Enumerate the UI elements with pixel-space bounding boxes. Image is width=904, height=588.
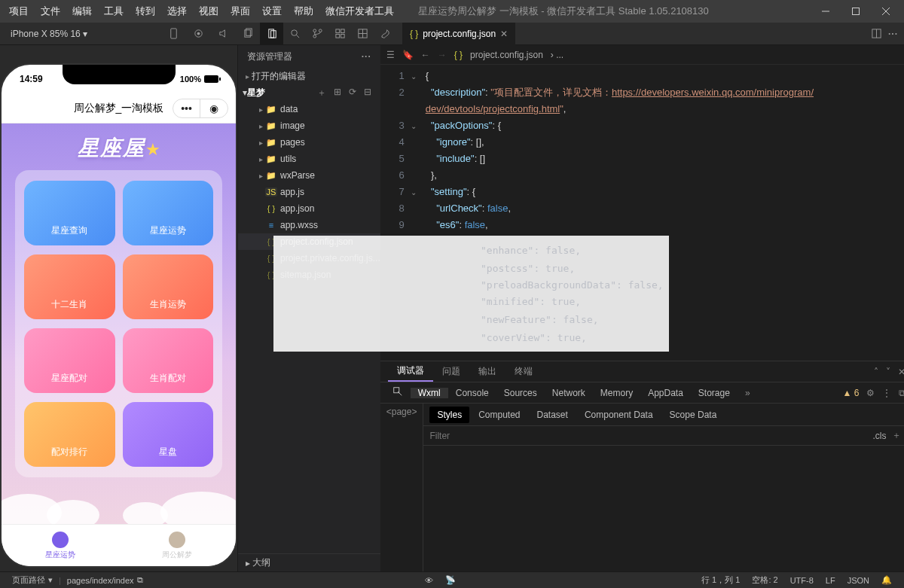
window-close-button[interactable] [871, 0, 901, 23]
tabbar-周公解梦[interactable]: 周公解梦 [119, 525, 237, 566]
more-icon[interactable]: ⋮ [882, 388, 891, 398]
menu-工具[interactable]: 工具 [98, 5, 130, 18]
chevron-down-icon[interactable]: ˅ [886, 367, 890, 377]
tree-utils[interactable]: ▸📁utils [238, 151, 380, 167]
tree-wxParse[interactable]: ▸📁wxParse [238, 167, 380, 184]
feature-配对排行[interactable]: 配对排行 [24, 402, 115, 467]
styles-filter-input[interactable] [429, 431, 872, 441]
tree-data[interactable]: ▸📁data [238, 101, 380, 117]
devtools-panel-Memory[interactable]: Memory [593, 388, 640, 398]
mute-icon[interactable] [218, 28, 229, 39]
devtools-panel-AppData[interactable]: AppData [640, 388, 691, 398]
code-editor[interactable]: 123456789 ⌄⌄⌄ { "description": "项目配置文件，详… [380, 65, 904, 361]
status-JSON[interactable]: JSON [841, 574, 875, 586]
forward-icon[interactable]: → [438, 50, 447, 60]
dock-icon[interactable]: ⧉ [899, 388, 904, 398]
breadcrumb-more[interactable]: › ... [551, 50, 563, 60]
styles-tab-Styles[interactable]: Styles [429, 407, 469, 423]
devtools-panel-Storage[interactable]: Storage [691, 388, 738, 398]
add-style-icon[interactable]: ＋ [886, 429, 904, 442]
branch-icon[interactable] [306, 23, 328, 45]
window-maximize-button[interactable] [841, 0, 871, 23]
status-LF[interactable]: LF [820, 574, 841, 586]
warning-badge[interactable]: ▲ 6 [843, 388, 860, 398]
chevron-up-icon[interactable]: ˄ [874, 367, 878, 377]
close-icon[interactable]: ✕ [500, 29, 508, 39]
devtools-tab-调试器[interactable]: 调试器 [388, 361, 433, 382]
device-selector[interactable]: iPhone X 85% 16 ▾ [6, 27, 92, 41]
gear-icon[interactable]: ⚙ [866, 388, 875, 398]
devtools-tab-终端[interactable]: 终端 [505, 361, 542, 382]
menu-转到[interactable]: 转到 [130, 5, 161, 18]
styles-tab-Computed[interactable]: Computed [471, 407, 527, 423]
feature-星座查询[interactable]: 星座查询 [24, 181, 115, 245]
feature-星座配对[interactable]: 星座配对 [24, 328, 115, 393]
breadcrumb-file[interactable]: project.config.json [470, 50, 543, 60]
styles-tab-Component Data[interactable]: Component Data [577, 407, 661, 423]
tree-app.js[interactable]: JSapp.js [238, 184, 380, 200]
new-folder-icon[interactable]: ⊞ [334, 87, 341, 99]
status-行 1，列 1[interactable]: 行 1，列 1 [695, 574, 746, 586]
feature-星座运势[interactable]: 星座运势 [123, 181, 214, 245]
tree-app.wxss[interactable]: ≡app.wxss [238, 217, 380, 233]
cls-toggle[interactable]: .cls [872, 431, 886, 441]
feature-星盘[interactable]: 星盘 [123, 402, 214, 467]
preview-icon[interactable]: 👁 [419, 576, 439, 585]
phone-preview[interactable]: 14:59 100% 周公解梦_一淘模板 ••• ◉ 星座屋★ 星座查询星座运势… [0, 63, 237, 568]
menu-帮助[interactable]: 帮助 [288, 5, 319, 18]
devtools-panel-Sources[interactable]: Sources [496, 388, 545, 398]
outline-section[interactable]: ▸ 大纲 [238, 553, 380, 571]
feature-生肖配对[interactable]: 生肖配对 [123, 328, 214, 393]
styles-tab-Dataset[interactable]: Dataset [530, 407, 576, 423]
opened-editors-section[interactable]: ▸打开的编辑器 [238, 68, 380, 84]
page-path-label[interactable]: 页面路径 ▾ [6, 574, 59, 586]
files-icon[interactable] [261, 23, 283, 45]
project-section[interactable]: ▾星梦 ＋ ⊞ ⟳ ⊟ [238, 84, 380, 101]
page-path-value[interactable]: pages/index/index ⧉ [61, 575, 149, 585]
devtools-panel-Console[interactable]: Console [448, 388, 496, 398]
extensions-icon[interactable] [328, 23, 351, 45]
record-icon[interactable] [193, 28, 204, 39]
devtools-tab-问题[interactable]: 问题 [433, 361, 469, 382]
new-file-icon[interactable]: ＋ [317, 87, 326, 99]
feature-十二生肖[interactable]: 十二生肖 [24, 254, 115, 319]
menu-项目[interactable]: 项目 [3, 5, 35, 18]
capsule-close-button[interactable]: ◉ [200, 99, 228, 117]
bookmark-icon[interactable]: 🔖 [402, 50, 414, 60]
devtools-tab-输出[interactable]: 输出 [469, 361, 505, 382]
refresh-icon[interactable]: ⟳ [349, 87, 356, 99]
devtools-icon[interactable] [374, 23, 396, 45]
styles-tab-Scope Data[interactable]: Scope Data [662, 407, 725, 423]
back-icon[interactable]: ← [421, 50, 430, 60]
menu-视图[interactable]: 视图 [193, 5, 224, 18]
menu-设置[interactable]: 设置 [256, 5, 288, 18]
more-icon[interactable]: ··· [362, 51, 371, 62]
tree-project.private.config.js...[interactable]: { }project.private.config.js... [238, 250, 380, 267]
inspect-icon[interactable] [388, 386, 408, 399]
broadcast-icon[interactable]: 📡 [439, 575, 462, 585]
menu-编辑[interactable]: 编辑 [66, 5, 98, 18]
tree-project.config.json[interactable]: { }project.config.json [238, 233, 380, 250]
bell-icon[interactable]: 🔔 [875, 575, 898, 585]
menu-文件[interactable]: 文件 [35, 5, 66, 18]
menu-选择[interactable]: 选择 [161, 5, 193, 18]
feature-生肖运势[interactable]: 生肖运势 [123, 254, 214, 319]
devtools-panel-Wxml[interactable]: Wxml [411, 388, 448, 398]
elements-tree[interactable]: <page> [380, 404, 424, 571]
close-icon[interactable]: ✕ [898, 367, 904, 377]
list-icon[interactable]: ☰ [386, 50, 395, 60]
tabbar-星座运势[interactable]: 星座运势 [2, 525, 119, 566]
search-icon[interactable] [283, 23, 306, 45]
menu-微信开发者工具[interactable]: 微信开发者工具 [319, 5, 400, 18]
tree-app.json[interactable]: { }app.json [238, 200, 380, 217]
menu-界面[interactable]: 界面 [224, 5, 256, 18]
tabs-more-icon[interactable]: » [741, 388, 755, 398]
tree-image[interactable]: ▸📁image [238, 117, 380, 134]
editor-tab[interactable]: { } project.config.json ✕ [402, 23, 515, 45]
capsule-menu-button[interactable]: ••• [173, 99, 200, 117]
grid-icon[interactable] [351, 23, 374, 45]
more-icon[interactable]: ··· [888, 29, 898, 39]
tree-sitemap.json[interactable]: { }sitemap.json [238, 267, 380, 283]
phone-icon[interactable] [168, 28, 179, 39]
copy-icon[interactable] [243, 28, 254, 39]
